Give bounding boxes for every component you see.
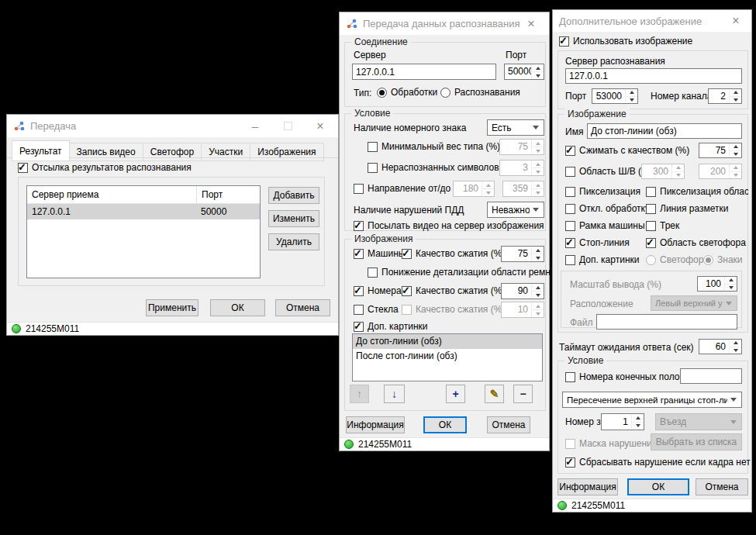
ok-button[interactable]: ОК [210, 299, 265, 316]
direction-checkbox[interactable] [354, 184, 364, 194]
traffic-light-area-checkbox[interactable] [646, 238, 656, 248]
stop-line-label[interactable]: Стоп-линия [579, 237, 630, 248]
tab-result[interactable]: Результат [12, 140, 70, 161]
cars-label[interactable]: Машины [368, 248, 405, 259]
spinner-arrows[interactable] [625, 89, 637, 103]
table-row[interactable]: 127.0.0.1 50000 [27, 204, 260, 219]
belt-detail-checkbox[interactable] [368, 268, 378, 278]
spinner-arrows[interactable] [729, 340, 741, 354]
reset-violation-label[interactable]: Сбрасывать нарушение если кадра нет [579, 457, 751, 468]
send-video-label[interactable]: Посылать видео на сервер изображения [368, 220, 544, 231]
area-checkbox[interactable] [565, 167, 575, 177]
min-weight-checkbox[interactable] [368, 142, 378, 152]
spinner-arrows[interactable] [631, 414, 644, 430]
belt-detail-label[interactable]: Понижение детализации области ремня [381, 267, 555, 278]
extra-pictures-list[interactable]: До стоп-линии (обз) После стоп-линии (об… [352, 333, 543, 381]
track-label[interactable]: Трек [660, 220, 679, 231]
processing-radio[interactable] [377, 88, 387, 98]
marking-line-label[interactable]: Линия разметки [660, 203, 728, 214]
minimize-button[interactable]: – [239, 115, 271, 137]
disable-processing-label[interactable]: Откл. обработку [579, 203, 650, 214]
compress-checkbox[interactable] [565, 146, 575, 156]
add-button[interactable]: Добавить [268, 187, 319, 204]
cars-quality-checkbox[interactable] [402, 249, 412, 259]
send-results-label[interactable]: Отсылка результатов распознавания [32, 162, 192, 173]
traffic-light-area-label[interactable]: Область светофора [660, 237, 746, 248]
spinner-arrows[interactable] [531, 284, 544, 299]
plates-checkbox[interactable] [354, 286, 364, 296]
remove-item-button[interactable]: − [513, 385, 533, 403]
compress-label[interactable]: Сжимать с качеством (%) [579, 145, 689, 156]
disable-processing-checkbox[interactable] [565, 204, 575, 214]
plates-label[interactable]: Номера [368, 285, 402, 296]
info-button[interactable]: Информация [558, 478, 618, 495]
cars-checkbox[interactable] [354, 249, 364, 259]
titlebar[interactable]: Передача – × [7, 115, 338, 137]
plates-quality-spinner[interactable]: 90 [501, 283, 544, 299]
cancel-button[interactable]: Отмена [275, 299, 330, 316]
list-item[interactable]: После стоп-линии (обз) [353, 349, 542, 364]
tab-traffic-light[interactable]: Светофор [143, 143, 202, 161]
channel-spinner[interactable]: 2 [708, 88, 742, 104]
add-item-button[interactable]: + [446, 385, 465, 403]
pixelate-checkbox[interactable] [565, 187, 575, 197]
car-frame-checkbox[interactable] [565, 221, 575, 231]
edit-item-button[interactable]: ✎ [485, 385, 504, 403]
glass-checkbox[interactable] [354, 305, 364, 315]
port-spinner[interactable]: 53000 [592, 88, 638, 104]
spinner-arrows[interactable] [729, 143, 741, 157]
ok-button[interactable]: ОК [423, 416, 467, 433]
min-weight-label[interactable]: Минимальный вес типа (%) [381, 141, 500, 152]
car-frame-label[interactable]: Рамка машины [579, 220, 645, 231]
zone-number-spinner[interactable]: 1 [601, 413, 644, 430]
timeout-spinner[interactable]: 60 [699, 339, 742, 354]
unrecognized-checkbox[interactable] [368, 163, 378, 173]
track-checkbox[interactable] [646, 221, 656, 231]
extra-pictures-checkbox[interactable] [354, 322, 364, 332]
file-input[interactable] [596, 314, 737, 330]
plates-quality-checkbox[interactable] [402, 286, 412, 296]
stop-line-checkbox[interactable] [565, 238, 575, 248]
tab-sections[interactable]: Участки [202, 143, 250, 161]
min-weight-spinner[interactable]: 75 [499, 139, 544, 155]
use-image-checkbox[interactable] [559, 36, 569, 47]
extra-pictures-label[interactable]: Доп. картинки [368, 321, 427, 332]
crossing-dropdown[interactable]: Пересечение верхней границы стоп-линии [562, 392, 742, 408]
send-video-checkbox[interactable] [354, 221, 364, 231]
server-input[interactable]: 127.0.0.1 [352, 64, 496, 80]
unrecognized-label[interactable]: Нераспознанных символов [381, 162, 499, 173]
move-down-button[interactable]: ↓ [384, 385, 405, 403]
plate-presence-dropdown[interactable]: Есть [487, 119, 544, 136]
cars-quality-spinner[interactable]: 75 [501, 246, 544, 262]
extra-pictures-label[interactable]: Доп. картинки [579, 254, 639, 265]
compress-spinner[interactable]: 75 [699, 143, 742, 158]
servers-table[interactable]: Сервер приема Порт 127.0.0.1 50000 [26, 185, 261, 278]
pixelate-area-checkbox[interactable] [646, 187, 656, 197]
tab-images[interactable]: Изображения [250, 143, 323, 161]
close-icon[interactable]: × [722, 10, 750, 32]
name-input[interactable]: До стоп-линии (обз) [587, 123, 742, 139]
tab-video-record[interactable]: Запись видео [70, 143, 143, 161]
end-lanes-checkbox[interactable] [565, 372, 575, 382]
end-lanes-label[interactable]: Номера конечных полос [579, 371, 684, 382]
ok-button[interactable]: ОК [627, 478, 689, 495]
port-spinner[interactable]: 50000 [504, 64, 544, 80]
direction-from-spinner[interactable]: 180 [453, 181, 495, 197]
violations-dropdown[interactable]: Неважно [487, 202, 544, 218]
spinner-arrows[interactable] [531, 247, 544, 261]
glass-label[interactable]: Стекла [368, 304, 399, 315]
reset-violation-checkbox[interactable] [565, 457, 575, 468]
list-item[interactable]: До стоп-линии (обз) [353, 334, 542, 349]
recognition-server-input[interactable]: 127.0.0.1 [565, 68, 742, 84]
recognition-radio[interactable] [440, 88, 450, 98]
unrecognized-spinner[interactable]: 3 [499, 160, 544, 176]
end-lanes-input[interactable] [680, 368, 742, 384]
delete-button[interactable]: Удалить [268, 233, 319, 250]
pixelate-label[interactable]: Пикселизация об [579, 186, 643, 197]
use-image-label[interactable]: Использовать изображение [573, 36, 692, 47]
edit-button[interactable]: Изменить [268, 210, 319, 227]
send-results-checkbox[interactable] [18, 163, 28, 173]
port-cell[interactable]: 50000 [196, 204, 260, 219]
close-icon[interactable]: × [304, 115, 337, 137]
processing-radio-label[interactable]: Обработки [391, 87, 437, 98]
